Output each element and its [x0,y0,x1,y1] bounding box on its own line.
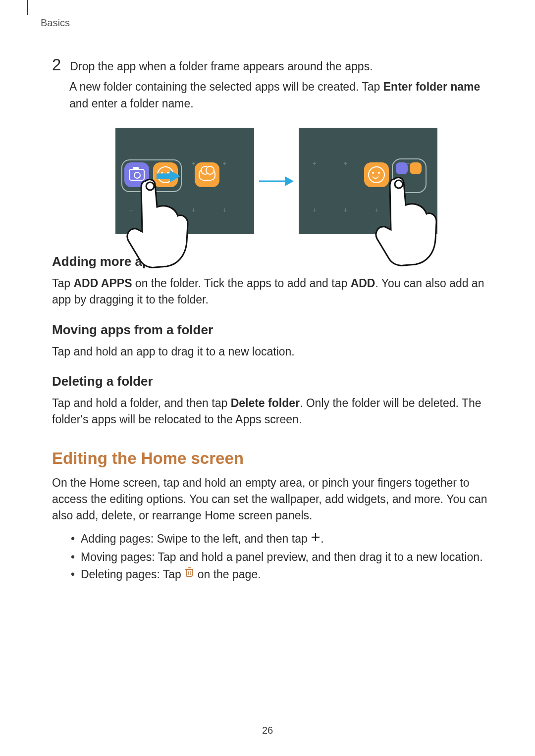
paragraph: On the Home screen, tap and hold an empt… [52,475,500,524]
bullet-list: Adding pages: Swipe to the left, and the… [66,530,500,584]
text: on the page. [194,568,261,581]
step-number: 2 [52,56,61,73]
figure-right-wrap: + + + + + + + [299,128,437,234]
app-icon-cloud [195,162,219,187]
grid-marker: + [344,206,348,214]
hand-pointer-icon [374,175,443,274]
bold-add-apps: ADD APPS [73,277,132,290]
app-icon-cloud-small [410,162,422,174]
heading-moving-apps: Moving apps from a folder [52,322,500,338]
bold-delete-folder: Delete folder [231,397,300,409]
step-line-1: Drop the app when a folder frame appears… [70,58,373,75]
text: on the folder. Tick the apps to add and … [132,277,350,290]
page-root: Basics 2 Drop the app when a folder fram… [0,0,535,756]
text: Adding pages: Swipe to the left, and the… [81,532,311,545]
svg-marker-4 [285,176,294,186]
paragraph: Tap ADD APPS on the folder. Tick the app… [52,275,500,308]
list-item: Moving pages: Tap and hold a panel previ… [66,549,500,566]
text: and enter a folder name. [69,97,194,110]
trash-icon [184,565,194,583]
header-divider [23,0,28,15]
text: Deleting pages: Tap [81,568,184,581]
content-block: 2 Drop the app when a folder frame appea… [52,58,500,584]
cloud-glyph-icon [199,169,215,181]
figure-left-wrap: + + + + + + + [115,128,254,234]
breadcrumb: Basics [41,17,500,29]
grid-marker: + [313,159,317,167]
plus-icon [311,530,321,548]
paragraph: Tap and hold a folder, and then tap Dele… [52,395,500,428]
arrow-icon [254,128,299,234]
step-line-2: A new folder containing the selected app… [69,79,500,112]
step-row: 2 Drop the app when a folder frame appea… [52,58,500,75]
text: Tap [52,277,73,290]
hand-pointer-icon [125,177,195,276]
grid-marker: + [344,159,348,167]
heading-deleting-folder: Deleting a folder [52,374,500,389]
bold-add: ADD [351,277,375,290]
text: Moving pages: Tap and hold a panel previ… [81,551,483,563]
app-icon-camera-small [396,162,408,174]
text: A new folder containing the selected app… [69,80,383,93]
page-number: 26 [0,725,535,736]
text: Tap and hold a folder, and then tap [52,397,231,409]
grid-marker: + [223,206,227,214]
list-item: Adding pages: Swipe to the left, and the… [66,530,500,549]
list-item: Deleting pages: Tap on the page. [66,566,500,584]
figure: + + + + + + + [52,128,500,234]
bold-enter-folder-name: Enter folder name [383,80,481,93]
heading-editing-home-screen: Editing the Home screen [52,449,500,468]
paragraph: Tap and hold an app to drag it to a new … [52,344,500,360]
grid-marker: + [223,159,227,167]
grid-marker: + [313,206,317,214]
svg-rect-8 [186,569,192,576]
text: . [321,532,323,545]
